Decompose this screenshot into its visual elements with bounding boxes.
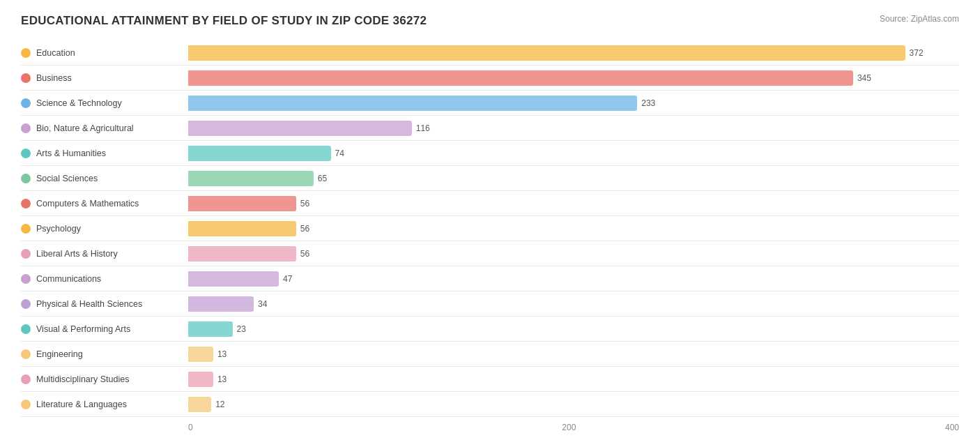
bar-value: 13 — [217, 349, 227, 359]
bar-dot — [21, 123, 31, 133]
bar-value: 47 — [283, 274, 292, 284]
bar-area: 372 — [188, 45, 959, 61]
bar-label-container: Psychology — [21, 224, 188, 234]
x-axis: 0200400 — [21, 423, 959, 432]
bar-label: Liberal Arts & History — [36, 249, 118, 259]
bar-value: 372 — [910, 48, 924, 58]
bar-label: Communications — [36, 274, 101, 284]
bar-value: 56 — [300, 199, 309, 208]
bar-label-container: Arts & Humanities — [21, 149, 188, 158]
bar-label-container: Education — [21, 48, 188, 58]
bar-area: 74 — [188, 146, 959, 161]
bar-value: 12 — [215, 400, 224, 409]
bar-area: 56 — [188, 221, 959, 236]
bar — [188, 347, 213, 362]
bar-label: Social Sciences — [36, 174, 98, 183]
bar-area: 34 — [188, 296, 959, 312]
bar-dot — [21, 98, 31, 108]
bar-label: Business — [36, 73, 72, 83]
x-tick: 400 — [945, 423, 959, 432]
bar-label: Literature & Languages — [36, 400, 127, 409]
chart-title: EDUCATIONAL ATTAINMENT BY FIELD OF STUDY… — [21, 14, 427, 28]
bar-row: Engineering 13 — [21, 342, 959, 367]
x-tick: 0 — [188, 423, 193, 432]
bar-dot — [21, 224, 31, 234]
bar-label-container: Communications — [21, 274, 188, 284]
bar — [188, 196, 296, 211]
bar-label: Psychology — [36, 224, 81, 234]
bar-label-container: Literature & Languages — [21, 400, 188, 409]
bar-row: Science & Technology 233 — [21, 91, 959, 116]
bar-label-container: Physical & Health Sciences — [21, 299, 188, 309]
bar-label: Multidisciplinary Studies — [36, 374, 129, 384]
bar-dot — [21, 73, 31, 83]
bar-row: Liberal Arts & History 56 — [21, 241, 959, 266]
bar-dot — [21, 374, 31, 384]
bar-row: Psychology 56 — [21, 216, 959, 241]
bar-dot — [21, 299, 31, 309]
bar-label: Arts & Humanities — [36, 149, 106, 158]
bar-label: Education — [36, 48, 75, 58]
bar-value: 345 — [857, 73, 871, 83]
bar — [188, 45, 905, 61]
bar-row: Physical & Health Sciences 34 — [21, 291, 959, 317]
x-axis-labels: 0200400 — [188, 423, 959, 432]
bar — [188, 70, 853, 86]
bar-label-container: Bio, Nature & Agricultural — [21, 123, 188, 133]
bar-area: 13 — [188, 347, 959, 362]
bar-row: Bio, Nature & Agricultural 116 — [21, 116, 959, 141]
bar-area: 116 — [188, 121, 959, 136]
bar-area: 23 — [188, 321, 959, 337]
bar-dot — [21, 149, 31, 158]
bar — [188, 171, 314, 186]
bar-area: 345 — [188, 70, 959, 86]
bar — [188, 121, 412, 136]
bar-area: 13 — [188, 372, 959, 387]
bar-dot — [21, 324, 31, 334]
bar — [188, 246, 296, 261]
bar-row: Visual & Performing Arts 23 — [21, 317, 959, 342]
bar-row: Arts & Humanities 74 — [21, 141, 959, 166]
bar-value: 23 — [237, 324, 246, 334]
bar-value: 13 — [217, 374, 227, 384]
bar-area: 233 — [188, 96, 959, 111]
chart-body: Education 372 Business 345 Science & Tec… — [21, 40, 959, 417]
bar-row: Communications 47 — [21, 266, 959, 291]
bar-label-container: Science & Technology — [21, 98, 188, 108]
bar-label-container: Liberal Arts & History — [21, 249, 188, 259]
bar — [188, 146, 331, 161]
bar-value: 116 — [416, 123, 430, 133]
bar — [188, 96, 637, 111]
bar-area: 65 — [188, 171, 959, 186]
chart-source: Source: ZipAtlas.com — [880, 14, 959, 24]
bar-label-container: Social Sciences — [21, 174, 188, 183]
bar-label: Physical & Health Sciences — [36, 299, 142, 309]
bar-dot — [21, 199, 31, 208]
bar-label-container: Visual & Performing Arts — [21, 324, 188, 334]
bar — [188, 397, 211, 412]
bar — [188, 372, 213, 387]
bar-value: 34 — [258, 299, 267, 309]
bar-area: 12 — [188, 397, 959, 412]
bar-label-container: Business — [21, 73, 188, 83]
bar-dot — [21, 48, 31, 58]
bar-dot — [21, 249, 31, 259]
bar-value: 233 — [641, 98, 655, 108]
chart-header: EDUCATIONAL ATTAINMENT BY FIELD OF STUDY… — [21, 14, 959, 28]
bar-dot — [21, 274, 31, 284]
bar-value: 74 — [335, 149, 344, 158]
bar-dot — [21, 400, 31, 409]
bar-dot — [21, 174, 31, 183]
bar-dot — [21, 349, 31, 359]
bar-label: Engineering — [36, 349, 83, 359]
bar-label-container: Engineering — [21, 349, 188, 359]
chart-container: EDUCATIONAL ATTAINMENT BY FIELD OF STUDY… — [21, 14, 959, 432]
bar — [188, 296, 254, 312]
bar-row: Social Sciences 65 — [21, 166, 959, 191]
bar-value: 56 — [300, 224, 309, 234]
bar-label-container: Multidisciplinary Studies — [21, 374, 188, 384]
bar-row: Multidisciplinary Studies 13 — [21, 367, 959, 392]
bar-row: Literature & Languages 12 — [21, 392, 959, 417]
bar-area: 56 — [188, 246, 959, 261]
bar-row: Education 372 — [21, 40, 959, 66]
